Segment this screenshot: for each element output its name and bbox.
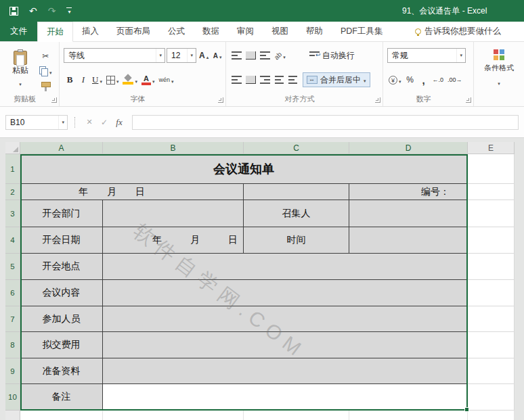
cell-A8-fee-label[interactable]: 拟交费用 — [20, 332, 103, 358]
cell-B8-D8[interactable] — [103, 332, 468, 358]
cell-B6-D6[interactable] — [103, 280, 468, 306]
cell-A10-remark-label[interactable]: 备注 — [20, 384, 103, 411]
increase-indent-button[interactable] — [286, 72, 299, 87]
cell-A11-partial[interactable] — [20, 411, 103, 420]
align-center-button[interactable] — [244, 72, 257, 87]
merge-center-button[interactable]: 合并后居中 — [303, 72, 370, 87]
row-header-5[interactable]: 5 — [5, 254, 20, 280]
align-left-button[interactable] — [230, 72, 243, 87]
font-size-combo[interactable]: 12 — [167, 48, 196, 63]
align-top-button[interactable] — [230, 48, 243, 63]
cell-A2-B2-date[interactable]: 年 月 日 — [20, 184, 244, 200]
tab-view[interactable]: 视图 — [263, 22, 297, 41]
cell-D11-partial[interactable] — [349, 411, 468, 420]
row-header-9[interactable]: 9 — [5, 358, 20, 384]
underline-button[interactable]: U — [91, 72, 104, 87]
decrease-indent-button[interactable] — [273, 72, 285, 87]
cell-E7[interactable] — [468, 306, 515, 332]
tab-pdf-tools[interactable]: PDF工具集 — [332, 22, 392, 41]
orientation-button[interactable]: ab — [273, 48, 287, 63]
conditional-formatting-button[interactable]: 条件格式 — [478, 48, 520, 88]
alignment-dialog-launcher[interactable] — [375, 97, 380, 103]
bold-button[interactable]: B — [64, 72, 76, 87]
cell-D4[interactable] — [349, 227, 468, 254]
tab-home[interactable]: 开始 — [37, 22, 73, 42]
increase-decimal-button[interactable]: ←.0 — [431, 72, 445, 87]
align-right-button[interactable] — [259, 72, 271, 87]
paste-button[interactable]: 粘贴 — [5, 48, 35, 90]
column-header-C[interactable]: C — [244, 142, 349, 154]
align-middle-button[interactable] — [244, 48, 257, 63]
cell-E1[interactable] — [468, 154, 515, 184]
qat-customize-button[interactable] — [66, 7, 72, 15]
borders-button[interactable] — [105, 72, 121, 87]
row-header-8[interactable]: 8 — [5, 332, 20, 358]
accounting-format-button[interactable]: ¥ — [387, 72, 403, 87]
cell-A4-date-label[interactable]: 开会日期 — [20, 227, 103, 254]
enter-button[interactable] — [97, 115, 112, 130]
cell-A9-materials-label[interactable]: 准备资料 — [20, 358, 103, 384]
italic-button[interactable]: I — [77, 72, 89, 87]
tab-data[interactable]: 数据 — [194, 22, 228, 41]
cell-A1-D1-title[interactable]: 会议通知单 — [20, 154, 468, 184]
shrink-font-button[interactable]: A — [211, 48, 223, 63]
cell-A5-place-label[interactable]: 开会地点 — [20, 254, 103, 280]
font-dialog-launcher[interactable] — [218, 97, 223, 103]
cell-E3[interactable] — [468, 200, 515, 227]
cell-E9[interactable] — [468, 358, 515, 384]
font-color-button[interactable]: A — [140, 72, 156, 87]
cell-C3-convener-label[interactable]: 召集人 — [244, 200, 349, 227]
tab-review[interactable]: 审阅 — [228, 22, 263, 41]
cell-E4[interactable] — [468, 227, 515, 254]
select-all-corner[interactable] — [5, 142, 20, 154]
cell-E11-partial[interactable] — [468, 411, 515, 420]
cell-B4-date-fields[interactable]: 年 月 日 — [103, 227, 244, 254]
column-header-B[interactable]: B — [103, 142, 244, 154]
row-header-3[interactable]: 3 — [5, 200, 20, 227]
cell-C2[interactable] — [244, 184, 349, 200]
comma-style-button[interactable]: , — [418, 72, 430, 87]
cell-B5-D5[interactable] — [103, 254, 468, 280]
clipboard-dialog-launcher[interactable] — [51, 97, 57, 103]
cell-B7-D7[interactable] — [103, 306, 468, 332]
number-format-combo[interactable]: 常规 — [387, 48, 466, 63]
name-box[interactable]: B10 — [5, 115, 68, 130]
row-header-1[interactable]: 1 — [5, 154, 20, 184]
wrap-text-button[interactable]: 自动换行 — [306, 48, 358, 63]
format-painter-button[interactable] — [38, 79, 53, 94]
cell-A6-content-label[interactable]: 会议内容 — [20, 280, 103, 306]
row-header-6[interactable]: 6 — [5, 280, 20, 306]
cell-C4-time-label[interactable]: 时间 — [244, 227, 349, 254]
column-header-A[interactable]: A — [20, 142, 103, 154]
cell-E2[interactable] — [468, 184, 515, 200]
fill-color-button[interactable] — [121, 72, 139, 87]
cell-A7-attendees-label[interactable]: 参加人员 — [20, 306, 103, 332]
redo-button[interactable] — [48, 5, 56, 16]
tab-formulas[interactable]: 公式 — [159, 22, 194, 41]
cell-D2-number-label[interactable]: 编号： — [349, 184, 468, 200]
cell-E6[interactable] — [468, 280, 515, 306]
cell-A3-dept-label[interactable]: 开会部门 — [20, 200, 103, 227]
tell-me[interactable]: 告诉我你想要做什么 — [415, 22, 502, 41]
cell-B9-D9[interactable] — [103, 358, 468, 384]
cut-button[interactable] — [38, 48, 53, 63]
cell-D3[interactable] — [349, 200, 468, 227]
cell-B3[interactable] — [103, 200, 244, 227]
grow-font-button[interactable]: A — [198, 48, 210, 63]
cell-E10[interactable] — [468, 384, 515, 411]
copy-button[interactable] — [38, 64, 53, 78]
row-header-10[interactable]: 10 — [5, 384, 20, 411]
column-header-D[interactable]: D — [349, 142, 468, 154]
tab-page-layout[interactable]: 页面布局 — [108, 22, 159, 41]
cell-B11-partial[interactable] — [103, 411, 244, 420]
cell-B10-D10-active[interactable] — [103, 384, 468, 411]
row-header-2[interactable]: 2 — [5, 184, 20, 200]
formula-input[interactable] — [132, 115, 519, 130]
tab-insert[interactable]: 插入 — [73, 22, 108, 41]
undo-button[interactable] — [29, 5, 37, 16]
row-header-4[interactable]: 4 — [5, 227, 20, 254]
save-button[interactable] — [9, 7, 18, 16]
row-header-7[interactable]: 7 — [5, 306, 20, 332]
cell-C11-partial[interactable] — [244, 411, 349, 420]
decrease-decimal-button[interactable]: .00→ — [446, 72, 464, 87]
